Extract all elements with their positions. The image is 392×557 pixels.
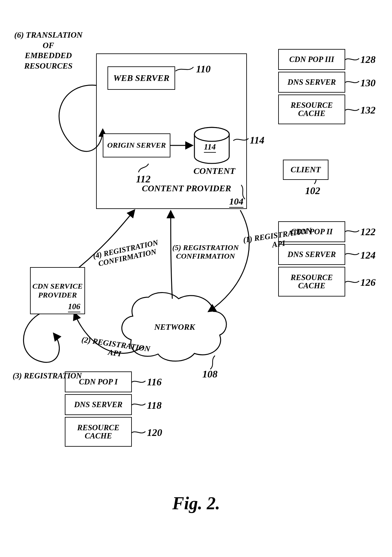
pop3-dns: DNS SERVER (278, 72, 345, 93)
flow-5-label: (5) REGISTRATION CONFIRMATION (172, 243, 239, 260)
pop2-dns-ref: 124 (360, 249, 376, 261)
client-box: CLIENT (283, 160, 328, 180)
cdn-service-provider-ref: 106 (68, 302, 80, 311)
client-ref: 102 (305, 185, 320, 197)
content-provider-ref: 104 (229, 196, 243, 207)
pop3-dns-ref: 130 (360, 77, 376, 89)
pop2-cache: RESOURCE CACHE (278, 267, 345, 297)
pop2-header-ref: 122 (360, 226, 376, 238)
pop3-header-ref: 128 (360, 54, 376, 65)
origin-server-box: ORIGIN SERVER (103, 133, 170, 157)
content-db-ref: 114 (250, 134, 264, 146)
content-provider-label: CONTENT PROVIDER (133, 183, 240, 193)
content-db-ref-inner: 114 (204, 142, 216, 152)
network-label: NETWORK (154, 322, 195, 332)
pop1-header-ref: 116 (147, 376, 162, 388)
web-server-box: WEB SERVER (107, 66, 175, 90)
flow-6-label: (6) TRANSLATION OF EMBEDDED RESOURCES (14, 30, 83, 71)
pop1-cache: RESOURCE CACHE (65, 417, 132, 447)
pop3-cache-ref: 132 (360, 104, 376, 116)
figure-caption: Fig. 2. (172, 493, 220, 513)
flow-3-label: (3) REGISTRATION (13, 371, 82, 380)
pop2-dns: DNS SERVER (278, 244, 345, 265)
content-db-label: CONTENT (193, 166, 235, 176)
pop1-dns: DNS SERVER (65, 394, 132, 415)
pop1-dns-ref: 118 (147, 400, 162, 411)
web-server-ref: 110 (196, 63, 211, 75)
network-ref: 108 (202, 368, 217, 380)
pop3-cache: RESOURCE CACHE (278, 95, 345, 124)
pop2-cache-ref: 126 (360, 277, 376, 288)
svg-point-2 (194, 127, 229, 141)
pop1-cache-ref: 120 (147, 427, 162, 438)
pop3-header: CDN POP III (278, 49, 345, 70)
